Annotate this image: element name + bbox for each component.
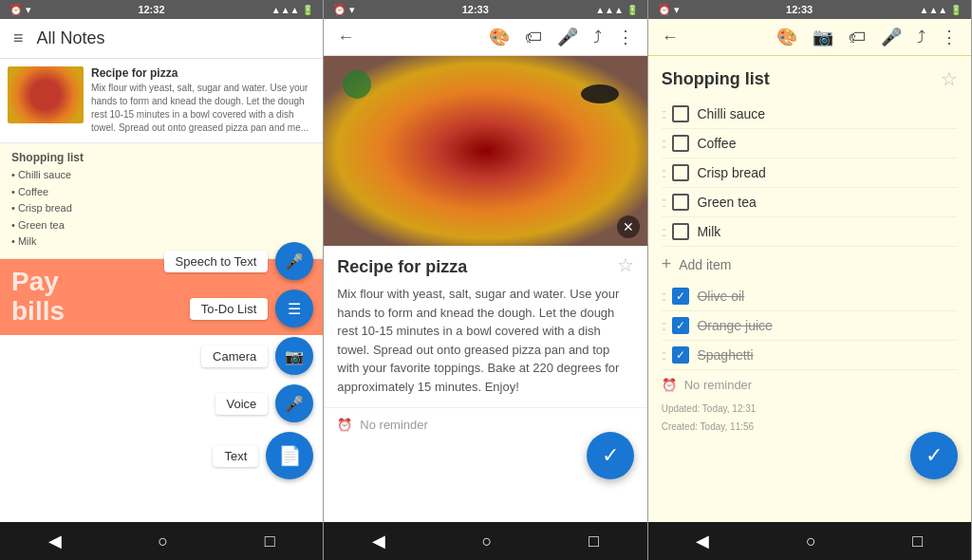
shopping-list-content: Shopping list ☆ :: Chilli sauce :: Coffe… [648,56,971,522]
more-icon[interactable]: ⋮ [617,27,634,47]
top-bar-right-2: 🎨 🏷 🎤 ⤴ ⋮ [489,27,634,47]
fab-camera-label: Camera [201,345,268,367]
fab-todo-btn[interactable]: ☰ [275,289,313,327]
alarm-icon-2: ⏰ [337,418,352,432]
shopping-item-2: • Coffee [11,184,311,201]
checkbox-crispbread[interactable] [672,164,689,181]
status-icons-left-2: ⏰ ▾ [333,4,355,16]
checkbox-milk[interactable] [672,223,689,240]
list-item-crispbread[interactable]: :: Crisp bread [662,159,958,188]
fab-todo[interactable]: To-Do List ☰ [190,289,314,327]
drag-handle-8: :: [662,347,665,363]
status-bar-2: ⏰ ▾ 12:33 ▲▲▲ 🔋 [324,0,646,19]
close-image-btn[interactable]: ✕ [617,215,640,238]
phone-screen-1: ⏰ ▾ 12:32 ▲▲▲ 🔋 ≡ All Notes Recipe for p… [0,0,324,560]
item-label-coffee: Coffee [697,136,736,151]
drag-handle-1: :: [662,106,665,121]
nav-home-2[interactable]: ○ [482,532,493,551]
fab-check-3-container: ✓ [910,432,958,479]
checkbox-spaghetti[interactable]: ✓ [672,346,689,364]
checkbox-orangejuice[interactable]: ✓ [672,317,689,334]
nav-recent-2[interactable]: □ [589,532,599,551]
share-icon-3[interactable]: ⤴ [917,28,925,47]
note-card-text: Recipe for pizza Mix flour with yeast, s… [91,66,315,135]
fab-camera-btn[interactable]: 📷 [275,337,313,375]
nav-recent-3[interactable]: □ [912,532,923,551]
palette-icon[interactable]: 🎨 [489,27,510,47]
nav-bar-1: ◀ ○ □ [0,522,323,560]
fab-check-container: ✓ [587,432,634,479]
time-3: 12:33 [786,4,813,15]
nav-back-1[interactable]: ◀ [48,531,62,551]
drag-handle-5: :: [662,224,665,239]
mic-icon[interactable]: 🎤 [557,27,578,47]
back-icon-3[interactable]: ← [662,28,679,47]
star-icon-3[interactable]: ☆ [941,67,958,90]
alarm-icon-3: ⏰ [662,378,677,392]
mic-icon-3[interactable]: 🎤 [881,27,902,47]
nav-back-2[interactable]: ◀ [372,531,385,551]
item-label-milk: Milk [697,224,720,239]
list-item-chilli[interactable]: :: Chilli sauce [662,100,958,129]
fab-todo-label: To-Do List [190,298,269,320]
camera-icon-3[interactable]: 📷 [813,27,833,47]
fab-check-btn-3[interactable]: ✓ [910,432,958,479]
top-bar-2: ← 🎨 🏷 🎤 ⤴ ⋮ [324,19,646,56]
fab-text-label: Text [213,445,258,467]
nav-back-3[interactable]: ◀ [696,531,709,551]
recipe-body: Mix flour with yeast, salt, sugar and wa… [337,285,633,396]
fab-voice[interactable]: Voice 🎤 [215,384,314,422]
drag-handle-3: :: [662,165,665,180]
fab-camera[interactable]: Camera 📷 [201,337,313,375]
fab-text-btn[interactable]: 📄 [266,432,313,479]
list-item-coffee[interactable]: :: Coffee [662,129,958,159]
checkbox-greentea[interactable] [672,194,689,211]
page-title-1: All Notes [37,28,105,48]
drag-handle-4: :: [662,195,665,210]
tag-icon-3[interactable]: 🏷 [849,28,866,47]
star-icon-2[interactable]: ☆ [617,253,634,276]
list-item-orangejuice[interactable]: :: ✓ Orange juice [662,311,958,341]
time-1: 12:32 [138,4,164,15]
shopping-item-1: • Chilli sauce [11,167,311,184]
share-icon[interactable]: ⤴ [593,28,602,47]
fab-text[interactable]: Text 📄 [213,432,313,479]
fab-speech[interactable]: Speech to Text 🎤 [164,242,314,280]
nav-home-1[interactable]: ○ [158,532,168,551]
checkbox-coffee[interactable] [672,135,689,152]
item-label-spaghetti: Spaghetti [697,347,753,363]
notes-list: Recipe for pizza Mix flour with yeast, s… [0,59,323,522]
top-bar-right-3: 🎨 📷 🏷 🎤 ⤴ ⋮ [776,27,958,47]
status-icons-right-2: ▲▲▲ 🔋 [595,5,637,15]
palette-icon-3[interactable]: 🎨 [776,27,797,47]
more-icon-3[interactable]: ⋮ [941,27,958,47]
nav-recent-1[interactable]: □ [265,532,275,551]
checkbox-chilli[interactable] [672,105,689,122]
back-icon-2[interactable]: ← [337,28,354,47]
list-item-greentea[interactable]: :: Green tea [662,188,958,217]
menu-icon[interactable]: ≡ [13,28,24,48]
fab-voice-btn[interactable]: 🎤 [275,384,313,422]
top-bar-left-3: ← [662,28,679,47]
reminder-row-3: ⏰ No reminder [662,370,958,400]
fab-speech-btn[interactable]: 🎤 [275,242,313,280]
fab-voice-label: Voice [215,393,269,415]
list-item-oliveoil[interactable]: :: ✓ Olive oil [662,282,958,311]
nav-home-3[interactable]: ○ [806,532,816,551]
fab-check-btn[interactable]: ✓ [587,432,634,479]
add-icon: + [662,254,672,274]
item-label-chilli: Chilli sauce [697,106,765,121]
list-item-spaghetti[interactable]: :: ✓ Spaghetti [662,341,958,370]
add-item-row[interactable]: + Add item [662,247,958,282]
checkbox-oliveoil[interactable]: ✓ [672,288,689,305]
shopping-item-4: • Green tea [11,217,311,234]
reminder-text-2: No reminder [360,418,428,432]
drag-handle-6: :: [662,289,665,304]
list-item-milk[interactable]: :: Milk [662,217,958,247]
tag-icon[interactable]: 🏷 [525,28,542,47]
recipe-content: ✕ ☆ Recipe for pizza Mix flour with yeas… [324,56,646,522]
shopping-title-row: Shopping list ☆ [662,67,958,90]
add-item-label[interactable]: Add item [679,257,731,272]
note-card-pizza[interactable]: Recipe for pizza Mix flour with yeast, s… [0,59,323,143]
pizza-thumbnail [8,66,84,123]
